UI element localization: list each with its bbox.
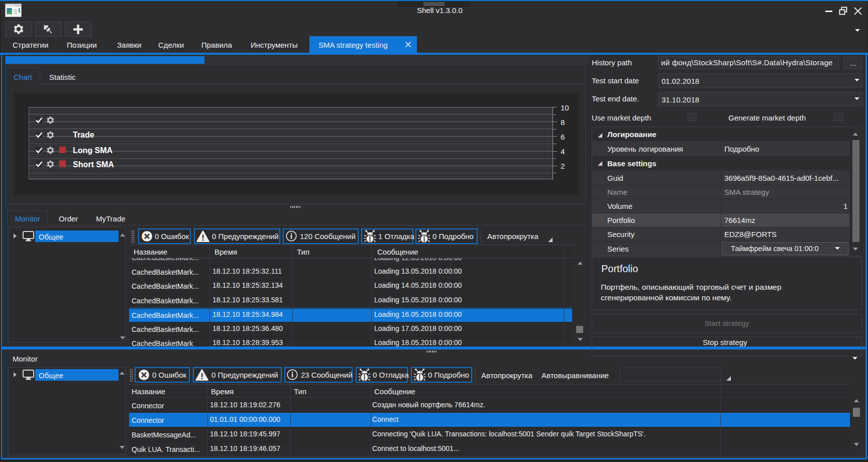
- svg-text:Trade: Trade: [73, 131, 94, 139]
- svg-text:Short SMA: Short SMA: [73, 160, 114, 169]
- svg-text:Long SMA: Long SMA: [73, 146, 113, 155]
